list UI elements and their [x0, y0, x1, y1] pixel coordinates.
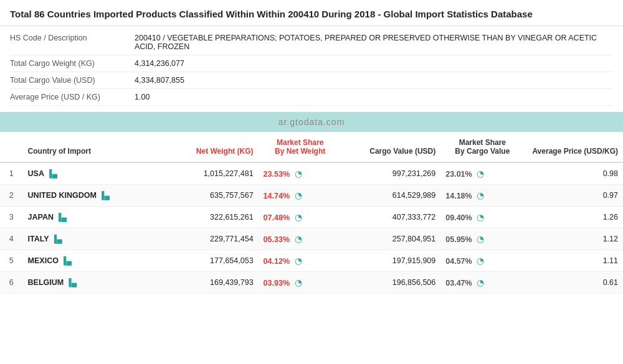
bar-chart-icon[interactable]: ▐▄ — [66, 278, 77, 287]
pie-chart-icon[interactable]: ◔ — [295, 234, 302, 244]
title-suffix: - Global Import Statistics Database — [375, 9, 533, 19]
cargo-value-value: 614,529,989 — [342, 185, 441, 207]
country-name: UNITED KINGDOM — [28, 191, 97, 200]
table-row: 3 JAPAN ▐▄ 322,615,261 07.48% ◔ 407,333,… — [0, 207, 623, 228]
market-share-value-cell: 05.95% ◔ — [440, 228, 524, 250]
title-prefix: Total 86 Countries Imported Products Cla… — [10, 9, 375, 19]
col-country: Country of Import — [23, 132, 152, 162]
data-table-container: Country of Import Net Weight (KG) Market… — [0, 132, 623, 294]
market-share-value-cell: 04.57% ◔ — [440, 250, 524, 272]
avg-price-value: 1.12 — [524, 228, 623, 250]
col-market-share-weight: Market ShareBy Net Weight — [259, 132, 342, 162]
page-title: Total 86 Countries Imported Products Cla… — [10, 7, 613, 21]
net-weight-value: 322,615,261 — [152, 207, 259, 228]
pie-chart-icon-2[interactable]: ◔ — [477, 256, 484, 266]
row-country: MEXICO ▐▄ — [23, 250, 152, 272]
avg-price-value: 0.98 — [524, 162, 623, 185]
market-share-weight-value: 07.48% — [264, 213, 290, 222]
pie-chart-icon-2[interactable]: ◔ — [477, 212, 484, 222]
bar-chart-icon[interactable]: ▐▄ — [47, 169, 57, 178]
market-share-value-value: 05.95% — [445, 235, 472, 244]
watermark-text: ar.gtodata.com — [278, 117, 345, 127]
market-share-value-value: 14.18% — [445, 192, 472, 200]
row-rank: 4 — [0, 228, 23, 250]
row-country: UNITED KINGDOM ▐▄ — [23, 185, 152, 207]
market-share-weight-cell: 05.33% ◔ — [259, 228, 342, 250]
hs-code-value: 200410 / VEGETABLE PREPARATIONS; POTATOE… — [135, 34, 613, 51]
table-header-row: Country of Import Net Weight (KG) Market… — [0, 132, 623, 162]
market-share-weight-cell: 07.48% ◔ — [259, 207, 342, 228]
pie-chart-icon[interactable]: ◔ — [295, 190, 302, 200]
market-share-weight-value: 14.74% — [264, 192, 290, 200]
hs-code-row: HS Code / Description 200410 / VEGETABLE… — [10, 30, 613, 55]
col-net-weight: Net Weight (KG) — [152, 132, 259, 162]
table-row: 4 ITALY ▐▄ 229,771,454 05.33% ◔ 257,804,… — [0, 228, 623, 250]
market-share-weight-cell: 03.93% ◔ — [259, 272, 342, 294]
pie-chart-icon-2[interactable]: ◔ — [477, 190, 484, 200]
market-share-value-cell: 23.01% ◔ — [440, 162, 524, 185]
info-section: HS Code / Description 200410 / VEGETABLE… — [0, 26, 623, 112]
bar-chart-icon[interactable]: ▐▄ — [52, 235, 62, 243]
row-rank: 6 — [0, 272, 23, 294]
net-weight-value: 229,771,454 — [152, 228, 259, 250]
value-label: Total Cargo Value (USD) — [10, 76, 135, 85]
country-name: ITALY — [28, 235, 49, 243]
import-table: Country of Import Net Weight (KG) Market… — [0, 132, 623, 294]
col-avg-price: Average Price (USD/KG) — [524, 132, 623, 162]
net-weight-value: 169,439,793 — [152, 272, 259, 294]
market-share-value-value: 04.57% — [445, 257, 472, 266]
cargo-value-value: 407,333,772 — [342, 207, 441, 228]
cargo-value-value: 257,804,951 — [342, 228, 441, 250]
market-share-value-value: 09.40% — [445, 213, 472, 222]
market-share-weight-cell: 04.12% ◔ — [259, 250, 342, 272]
country-name: MEXICO — [28, 256, 59, 265]
cargo-value-value: 196,856,506 — [342, 272, 441, 294]
cargo-value-value: 997,231,269 — [342, 162, 441, 185]
avg-price-label: Average Price (USD / KG) — [10, 93, 135, 101]
net-weight-value: 177,654,053 — [152, 250, 259, 272]
avg-price-value: 0.61 — [524, 272, 623, 294]
country-name: USA — [28, 169, 44, 178]
pie-chart-icon-2[interactable]: ◔ — [477, 169, 484, 179]
row-rank: 5 — [0, 250, 23, 272]
pie-chart-icon-2[interactable]: ◔ — [477, 234, 484, 244]
market-share-weight-cell: 14.74% ◔ — [259, 185, 342, 207]
pie-chart-icon-2[interactable]: ◔ — [477, 278, 484, 287]
col-cargo-value: Cargo Value (USD) — [342, 132, 441, 162]
country-name: JAPAN — [28, 213, 54, 222]
bar-chart-icon[interactable]: ▐▄ — [99, 191, 110, 200]
net-weight-value: 1,015,227,481 — [152, 162, 259, 185]
col-market-share-value: Market ShareBy Cargo Value — [440, 132, 524, 162]
pie-chart-icon[interactable]: ◔ — [295, 278, 302, 287]
pie-chart-icon[interactable]: ◔ — [295, 212, 302, 222]
avg-price-row: Average Price (USD / KG) 1.00 — [10, 89, 613, 106]
country-name: BELGIUM — [28, 278, 64, 287]
market-share-value-cell: 14.18% ◔ — [440, 185, 524, 207]
avg-price-value: 1.11 — [524, 250, 623, 272]
value-row: Total Cargo Value (USD) 4,334,807,855 — [10, 72, 613, 89]
net-weight-value: 635,757,567 — [152, 185, 259, 207]
avg-price-value: 0.97 — [524, 185, 623, 207]
market-share-weight-value: 05.33% — [264, 235, 290, 244]
weight-label: Total Cargo Weight (KG) — [10, 59, 135, 68]
bar-chart-icon[interactable]: ▐▄ — [61, 256, 72, 265]
row-country: BELGIUM ▐▄ — [23, 272, 152, 294]
row-rank: 3 — [0, 207, 23, 228]
avg-price-value: 1.00 — [135, 93, 150, 101]
header-section: Total 86 Countries Imported Products Cla… — [0, 0, 623, 26]
table-row: 2 UNITED KINGDOM ▐▄ 635,757,567 14.74% ◔… — [0, 185, 623, 207]
row-country: USA ▐▄ — [23, 162, 152, 185]
pie-chart-icon[interactable]: ◔ — [295, 169, 302, 179]
bar-chart-icon[interactable]: ▐▄ — [56, 213, 67, 222]
value-value: 4,334,807,855 — [135, 76, 184, 85]
table-row: 6 BELGIUM ▐▄ 169,439,793 03.93% ◔ 196,85… — [0, 272, 623, 294]
table-row: 5 MEXICO ▐▄ 177,654,053 04.12% ◔ 197,915… — [0, 250, 623, 272]
market-share-value-cell: 03.47% ◔ — [440, 272, 524, 294]
avg-price-value: 1.26 — [524, 207, 623, 228]
market-share-weight-value: 04.12% — [264, 257, 290, 266]
market-share-value-value: 03.47% — [445, 279, 472, 287]
pie-chart-icon[interactable]: ◔ — [295, 256, 302, 266]
cargo-value-value: 197,915,909 — [342, 250, 441, 272]
market-share-value-cell: 09.40% ◔ — [440, 207, 524, 228]
row-rank: 2 — [0, 185, 23, 207]
